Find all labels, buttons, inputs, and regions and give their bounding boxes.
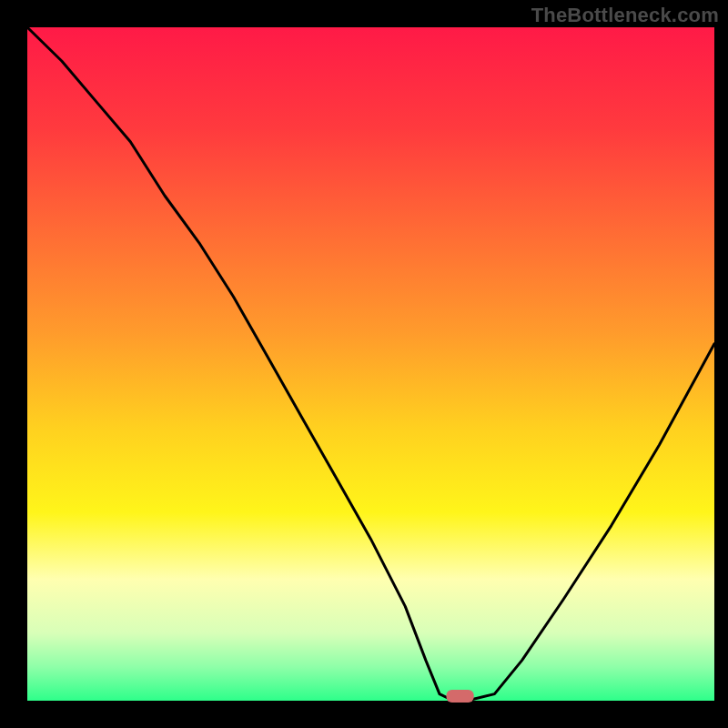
chart-frame: TheBottleneck.com — [0, 0, 728, 728]
optimal-marker — [447, 690, 474, 703]
plot-background — [27, 27, 714, 701]
bottleneck-chart — [0, 0, 728, 728]
watermark-text: TheBottleneck.com — [531, 4, 719, 27]
